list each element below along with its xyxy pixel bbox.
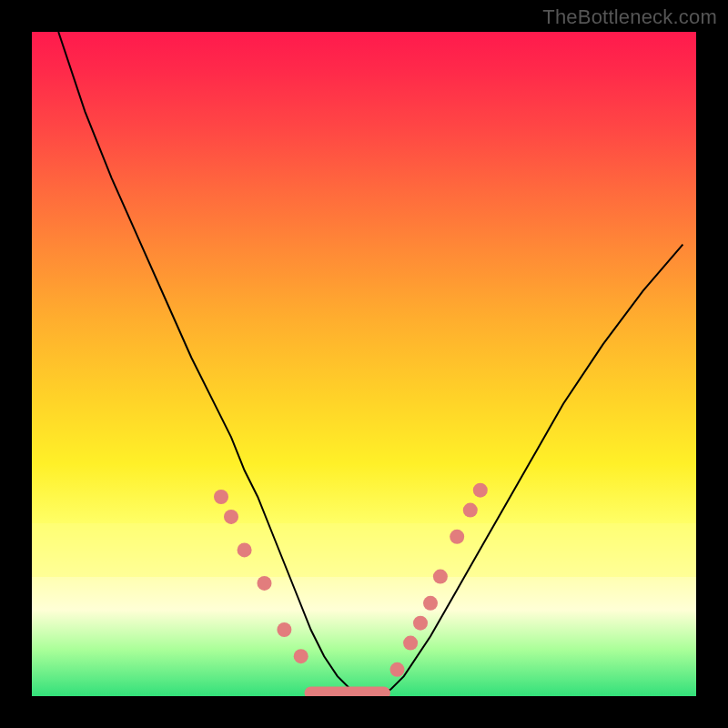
left-dot-3 xyxy=(238,542,252,557)
right-dot-2 xyxy=(403,636,418,651)
right-dot-8 xyxy=(473,483,488,498)
right-dot-5 xyxy=(433,570,448,584)
marker-dots xyxy=(214,483,488,677)
plot-area xyxy=(32,32,696,696)
right-dot-1 xyxy=(390,662,405,677)
watermark-text: TheBottleneck.com xyxy=(542,5,717,29)
right-dot-7 xyxy=(463,503,478,518)
left-dot-1 xyxy=(214,490,228,504)
left-dot-4 xyxy=(258,576,272,591)
right-dot-4 xyxy=(423,596,438,611)
left-dot-5 xyxy=(277,622,291,637)
left-dot-2 xyxy=(224,510,238,524)
bottleneck-curve xyxy=(58,32,682,696)
right-dot-3 xyxy=(413,616,428,631)
chart-svg xyxy=(32,32,696,696)
right-dot-6 xyxy=(450,530,464,544)
chart-frame: TheBottleneck.com xyxy=(0,0,728,728)
left-dot-6 xyxy=(294,649,308,663)
